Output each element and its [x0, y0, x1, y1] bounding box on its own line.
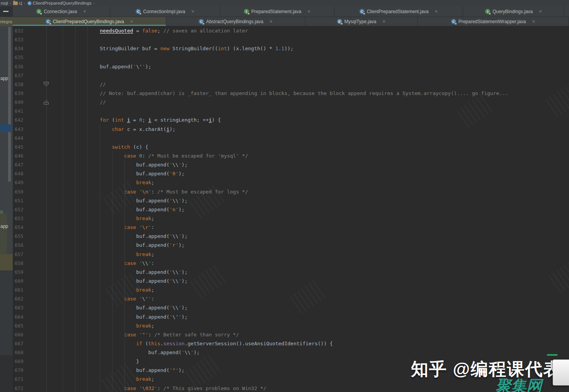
code-line-635[interactable]: 635: [13, 53, 569, 62]
close-icon[interactable]: ×: [83, 9, 86, 14]
tab-mysqltype-java[interactable]: EMysqlType.java×: [305, 17, 417, 26]
code-line-637[interactable]: 637: [13, 71, 569, 80]
code-line-658[interactable]: 658 case '\\':: [13, 259, 569, 268]
line-number[interactable]: 667: [15, 339, 25, 348]
code-line-647[interactable]: 647 buf.append('\\');: [13, 160, 569, 169]
fold-start-icon[interactable]: [43, 81, 49, 87]
line-number[interactable]: 668: [15, 348, 25, 357]
code-line-661[interactable]: 661 break;: [13, 285, 569, 294]
tab-abstractquerybindings-java[interactable]: CAbstractQueryBindings.java×: [166, 17, 305, 26]
line-number[interactable]: 634: [15, 44, 25, 53]
code-line-648[interactable]: 648 buf.append('0');: [13, 169, 569, 178]
code-line-660[interactable]: 660 buf.append('\\');: [13, 277, 569, 285]
background-scrollbar-thumb[interactable]: [8, 27, 11, 182]
line-number[interactable]: 633: [15, 35, 25, 44]
line-number[interactable]: 642: [15, 115, 25, 124]
line-number[interactable]: 659: [15, 268, 25, 277]
tab-connectionimpl-java[interactable]: CConnectionImpl.java×: [110, 6, 220, 17]
line-number[interactable]: 662: [15, 294, 25, 303]
code-line-656[interactable]: 656 buf.append('r');: [13, 241, 569, 249]
line-number[interactable]: 648: [15, 169, 25, 178]
close-icon[interactable]: ×: [532, 19, 535, 24]
code-line-633[interactable]: 633: [13, 35, 569, 44]
close-icon[interactable]: ×: [191, 9, 194, 14]
code-line-650[interactable]: 650 case '\n': /* Must be escaped for lo…: [13, 187, 569, 196]
line-number[interactable]: 644: [15, 134, 25, 143]
code-line-668[interactable]: 668 buf.append('\\');: [13, 348, 569, 357]
line-number[interactable]: 672: [15, 384, 25, 392]
code-line-649[interactable]: 649 break;: [13, 178, 569, 187]
line-number[interactable]: 665: [15, 321, 25, 330]
breadcrumb-item[interactable]: rsql: [0, 1, 9, 5]
line-number[interactable]: 661: [15, 285, 25, 294]
code-line-664[interactable]: 664 buf.append('\'');: [13, 312, 569, 321]
code-line-672[interactable]: 672 case '\032': /* This gives problems …: [13, 384, 569, 392]
line-number[interactable]: 653: [15, 214, 25, 223]
fold-end-icon[interactable]: [43, 100, 49, 105]
code-line-643[interactable]: 643 char c = x.charAt(i);: [13, 125, 569, 134]
line-number[interactable]: 650: [15, 187, 25, 196]
code-line-652[interactable]: 652 buf.append('n');: [13, 205, 569, 214]
line-number[interactable]: 652: [15, 205, 25, 214]
line-number[interactable]: 664: [15, 312, 25, 321]
line-number[interactable]: 663: [15, 303, 25, 312]
close-icon[interactable]: ×: [383, 19, 386, 24]
line-number[interactable]: 660: [15, 277, 25, 285]
line-number[interactable]: 636: [15, 62, 25, 71]
line-number[interactable]: 639: [15, 89, 25, 98]
code-editor[interactable]: 632 needsQuoted = false; // saves an all…: [13, 26, 569, 392]
breadcrumb-item[interactable]: cj: [12, 1, 23, 5]
tab-preparedstatement-java[interactable]: IPreparedStatement.java×: [220, 6, 334, 17]
tab-preparedstatementwrapper-java[interactable]: CPreparedStatementWrapper.java×: [417, 17, 569, 26]
close-icon[interactable]: ×: [269, 19, 273, 24]
line-number[interactable]: 645: [15, 143, 25, 151]
line-number[interactable]: 670: [15, 366, 25, 375]
line-number[interactable]: 666: [15, 330, 25, 339]
tab-connection-java[interactable]: IConnection.java×: [13, 6, 110, 17]
code-line-634[interactable]: 634 StringBuilder buf = new StringBuilde…: [13, 44, 569, 53]
code-line-665[interactable]: 665 break;: [13, 321, 569, 330]
line-number[interactable]: 654: [15, 223, 25, 232]
code-line-667[interactable]: 667 if (this.session.getServerSession().…: [13, 339, 569, 348]
code-line-632[interactable]: 632 needsQuoted = false; // saves an all…: [13, 26, 569, 35]
line-number[interactable]: 635: [15, 53, 25, 62]
line-number[interactable]: 657: [15, 250, 25, 259]
minimize-icon[interactable]: [3, 11, 9, 12]
code-line-663[interactable]: 663 buf.append('\\');: [13, 303, 569, 312]
code-line-636[interactable]: 636 buf.append('\'');: [13, 62, 569, 71]
line-number[interactable]: 641: [15, 107, 25, 115]
tab-clientpreparedquerybindings-java[interactable]: CClientPreparedQueryBindings.java×: [13, 17, 166, 26]
line-number[interactable]: 655: [15, 232, 25, 241]
code-line-639[interactable]: 639 // Note: buf.append(char) is _faster…: [13, 89, 569, 98]
code-line-642[interactable]: 642 for (int i = 0; i < stringLength; ++…: [13, 115, 569, 124]
line-number[interactable]: 671: [15, 375, 25, 384]
tab-clientpreparedstatement-java[interactable]: CClientPreparedStatement.java×: [334, 6, 463, 17]
line-number[interactable]: 647: [15, 160, 25, 169]
line-number[interactable]: 632: [15, 26, 25, 35]
code-line-653[interactable]: 653 break;: [13, 214, 569, 223]
line-number[interactable]: 640: [15, 98, 25, 107]
code-line-644[interactable]: 644: [13, 134, 569, 143]
line-number[interactable]: 651: [15, 196, 25, 205]
line-number[interactable]: 656: [15, 241, 25, 249]
line-number[interactable]: 637: [15, 71, 25, 80]
code-line-645[interactable]: 645 switch (c) {: [13, 143, 569, 151]
code-line-659[interactable]: 659 buf.append('\\');: [13, 268, 569, 277]
close-icon[interactable]: ×: [130, 19, 133, 24]
line-number[interactable]: 649: [15, 178, 25, 187]
code-line-651[interactable]: 651 buf.append('\\');: [13, 196, 569, 205]
line-number[interactable]: 658: [15, 259, 25, 268]
code-line-657[interactable]: 657 break;: [13, 250, 569, 259]
line-number[interactable]: 638: [15, 80, 25, 89]
tab-querybindings-java[interactable]: IQueryBindings.java×: [463, 6, 564, 17]
close-icon[interactable]: ×: [435, 9, 438, 14]
code-line-655[interactable]: 655 buf.append('\\');: [13, 232, 569, 241]
line-number[interactable]: 643: [15, 125, 25, 134]
code-line-654[interactable]: 654 case '\r':: [13, 223, 569, 232]
code-line-666[interactable]: 666 case '"': /* Better safe than sorry …: [13, 330, 569, 339]
close-icon[interactable]: ×: [307, 9, 310, 14]
breadcrumb-item[interactable]: CClientPreparedQueryBindings: [27, 1, 92, 5]
code-line-638[interactable]: 638 //: [13, 80, 569, 89]
line-number[interactable]: 646: [15, 151, 25, 160]
code-line-646[interactable]: 646 case 0: /* Must be escaped for 'mysq…: [13, 151, 569, 160]
